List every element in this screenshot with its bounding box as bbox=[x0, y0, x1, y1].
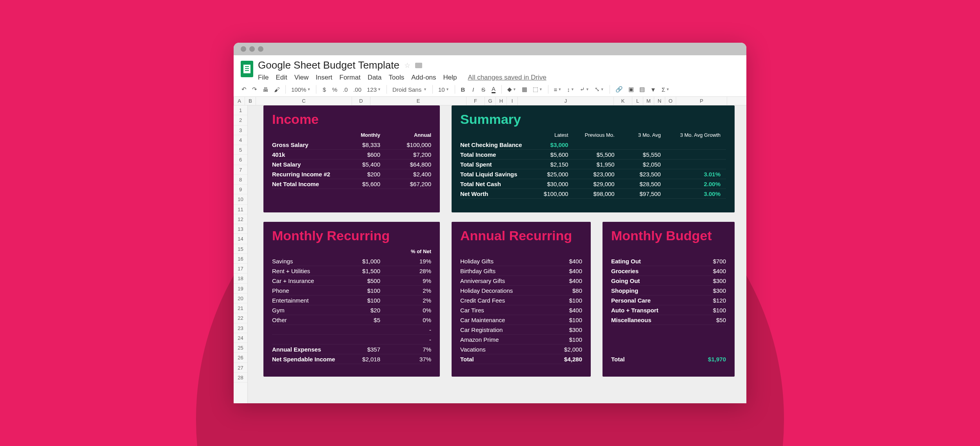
rotate-button[interactable]: ⤡▼ bbox=[592, 84, 606, 94]
row-header[interactable]: 1 bbox=[234, 105, 247, 115]
maximize-icon[interactable] bbox=[258, 46, 263, 52]
row-header[interactable]: 22 bbox=[234, 313, 247, 323]
row-header[interactable]: 20 bbox=[234, 294, 247, 303]
menu-format[interactable]: Format bbox=[339, 74, 361, 82]
redo-button[interactable]: ↷ bbox=[250, 84, 260, 94]
currency-button[interactable]: $ bbox=[319, 85, 329, 94]
row-header[interactable]: 5 bbox=[234, 145, 247, 155]
menu-data[interactable]: Data bbox=[368, 74, 382, 82]
summary-header-avg: 3 Mo. Avg bbox=[620, 132, 666, 138]
row-header[interactable]: 18 bbox=[234, 274, 247, 283]
wrap-button[interactable]: ⤶▼ bbox=[577, 84, 592, 94]
column-header[interactable]: A bbox=[234, 97, 245, 105]
row-header[interactable]: 10 bbox=[234, 194, 247, 204]
row-header[interactable]: 25 bbox=[234, 343, 247, 353]
column-header[interactable]: L bbox=[632, 97, 643, 105]
functions-button[interactable]: Σ▼ bbox=[659, 85, 672, 94]
summary-header-prev: Previous Mo. bbox=[574, 132, 620, 138]
row-header[interactable]: 3 bbox=[234, 125, 247, 135]
column-header[interactable]: O bbox=[665, 97, 676, 105]
column-header[interactable]: B bbox=[245, 97, 256, 105]
row-header[interactable]: 16 bbox=[234, 254, 247, 264]
column-header[interactable]: P bbox=[676, 97, 727, 105]
document-title[interactable]: Google Sheet Budget Template ☆ bbox=[258, 59, 739, 71]
monthly-budget-card: Monthly Budget Eating Out$700Groceries$4… bbox=[603, 222, 735, 377]
row-header[interactable]: 15 bbox=[234, 244, 247, 254]
h-align-button[interactable]: ≡▼ bbox=[552, 85, 564, 94]
row-header[interactable]: 7 bbox=[234, 165, 247, 175]
column-headers: ABCDEFGHIJKLMNOPQRS bbox=[234, 97, 746, 105]
print-button[interactable]: 🖶 bbox=[260, 85, 271, 94]
menu-file[interactable]: File bbox=[258, 74, 269, 82]
undo-button[interactable]: ↶ bbox=[239, 84, 249, 94]
row-header[interactable]: 11 bbox=[234, 205, 247, 214]
sheet-cells[interactable]: Income Monthly Annual Gross Salary$8,333… bbox=[248, 105, 746, 403]
table-row: Birthday Gifts$400 bbox=[460, 266, 582, 276]
paint-format-button[interactable]: 🖌 bbox=[272, 85, 282, 94]
column-header[interactable]: Q bbox=[727, 97, 746, 105]
v-align-button[interactable]: ↕▼ bbox=[565, 85, 577, 94]
row-header[interactable]: 8 bbox=[234, 175, 247, 185]
filter-button[interactable]: ▼ bbox=[648, 85, 659, 94]
table-row: Going Out$300 bbox=[611, 276, 726, 286]
menu-insert[interactable]: Insert bbox=[316, 74, 332, 82]
column-header[interactable]: N bbox=[654, 97, 665, 105]
menu-addons[interactable]: Add-ons bbox=[411, 74, 436, 82]
row-header[interactable]: 19 bbox=[234, 284, 247, 294]
minimize-icon[interactable] bbox=[249, 46, 255, 52]
increase-decimal-button[interactable]: .00 bbox=[351, 85, 364, 94]
italic-button[interactable]: I bbox=[468, 85, 478, 94]
decrease-decimal-button[interactable]: .0 bbox=[341, 85, 350, 94]
menu-view[interactable]: View bbox=[294, 74, 309, 82]
table-row: Recurring Income #2$200$2,400 bbox=[272, 169, 431, 179]
column-header[interactable]: F bbox=[466, 97, 485, 105]
column-header[interactable]: M bbox=[643, 97, 654, 105]
borders-button[interactable]: ▦ bbox=[519, 84, 530, 94]
column-header[interactable]: C bbox=[256, 97, 352, 105]
star-icon[interactable]: ☆ bbox=[404, 61, 410, 70]
link-button[interactable]: 🔗 bbox=[613, 84, 625, 94]
table-row: Net Salary$5,400$64,800 bbox=[272, 160, 431, 169]
row-header[interactable]: 28 bbox=[234, 373, 247, 383]
comment-button[interactable]: ▣ bbox=[626, 84, 636, 94]
number-format-dropdown[interactable]: 123▼ bbox=[365, 85, 383, 94]
row-header[interactable]: 21 bbox=[234, 303, 247, 313]
row-header[interactable]: 13 bbox=[234, 224, 247, 234]
row-header[interactable]: 27 bbox=[234, 363, 247, 373]
row-header[interactable]: 9 bbox=[234, 185, 247, 194]
column-header[interactable]: K bbox=[614, 97, 632, 105]
row-header[interactable]: 12 bbox=[234, 214, 247, 224]
menu-help[interactable]: Help bbox=[443, 74, 457, 82]
row-header[interactable]: 2 bbox=[234, 115, 247, 125]
text-color-button[interactable]: A bbox=[489, 84, 498, 95]
row-header[interactable]: 4 bbox=[234, 135, 247, 145]
table-row: Credit Card Fees$100 bbox=[460, 296, 582, 305]
fill-color-button[interactable]: ◆▼ bbox=[505, 84, 519, 94]
table-row: Total Liquid Savings$25,000$23,000$23,50… bbox=[460, 169, 726, 179]
zoom-dropdown[interactable]: 100%▼ bbox=[289, 85, 313, 94]
bold-button[interactable]: B bbox=[458, 85, 468, 94]
close-icon[interactable] bbox=[241, 46, 246, 52]
row-header[interactable]: 17 bbox=[234, 264, 247, 274]
percent-button[interactable]: % bbox=[330, 85, 339, 94]
strikethrough-button[interactable]: S bbox=[479, 85, 488, 94]
font-dropdown[interactable]: Droid Sans▼ bbox=[390, 85, 429, 94]
table-row: Personal Care$120 bbox=[611, 296, 726, 305]
column-header[interactable]: J bbox=[518, 97, 614, 105]
chart-button[interactable]: ▤ bbox=[637, 84, 647, 94]
row-header[interactable]: 6 bbox=[234, 155, 247, 165]
column-header[interactable]: D bbox=[352, 97, 370, 105]
font-size-dropdown[interactable]: 10▼ bbox=[436, 85, 452, 94]
column-header[interactable]: G bbox=[485, 97, 496, 105]
column-header[interactable]: I bbox=[507, 97, 518, 105]
column-header[interactable]: H bbox=[496, 97, 507, 105]
menu-edit[interactable]: Edit bbox=[276, 74, 287, 82]
merge-button[interactable]: ⬚▼ bbox=[530, 84, 545, 94]
folder-icon[interactable] bbox=[415, 63, 422, 68]
row-header[interactable]: 14 bbox=[234, 234, 247, 244]
column-header[interactable]: E bbox=[370, 97, 466, 105]
menu-tools[interactable]: Tools bbox=[389, 74, 405, 82]
row-header[interactable]: 26 bbox=[234, 353, 247, 363]
row-header[interactable]: 23 bbox=[234, 323, 247, 333]
row-header[interactable]: 24 bbox=[234, 333, 247, 343]
